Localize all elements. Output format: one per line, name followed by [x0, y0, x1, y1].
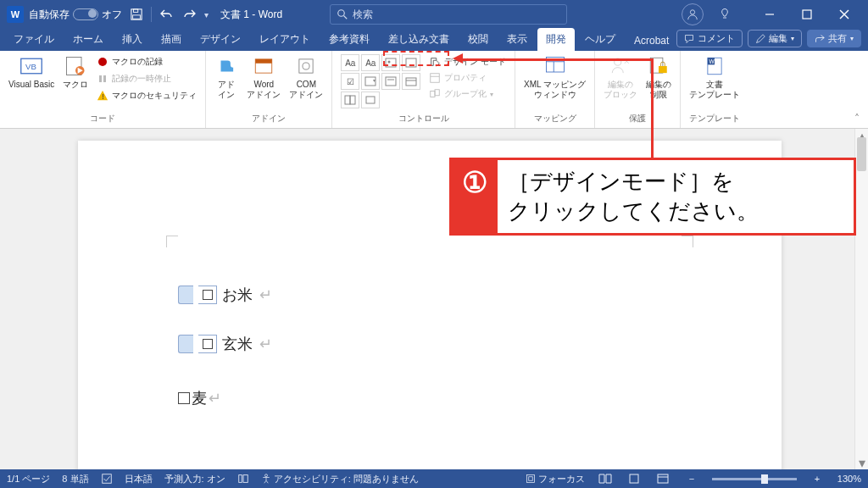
- save-button[interactable]: [127, 5, 146, 24]
- zoom-out-button[interactable]: −: [683, 472, 700, 485]
- zoom-level[interactable]: 130%: [837, 474, 861, 484]
- svg-rect-23: [299, 59, 313, 73]
- search-icon: [337, 9, 348, 19]
- web-layout-button[interactable]: [654, 472, 671, 485]
- controls-gallery[interactable]: Aa Aa ☑: [341, 54, 420, 108]
- addins-button[interactable]: アド イン: [214, 54, 238, 100]
- callout-number: ①: [452, 160, 498, 233]
- redo-button[interactable]: [181, 5, 199, 24]
- vertical-scrollbar[interactable]: ▴ ▾: [854, 129, 868, 469]
- minimize-button[interactable]: [753, 3, 787, 26]
- restrict-editing-button[interactable]: 編集の 制限: [646, 54, 671, 100]
- zoom-in-button[interactable]: +: [809, 472, 826, 485]
- checkbox-icon: [203, 339, 213, 349]
- undo-button[interactable]: [157, 5, 175, 24]
- search-placeholder: 検索: [353, 8, 373, 22]
- tab-draw[interactable]: 描画: [153, 28, 190, 51]
- autosave-label: 自動保存: [29, 8, 70, 22]
- ime-indicator[interactable]: 予測入力: オン: [164, 473, 225, 485]
- checkbox-label: 玄米: [222, 334, 253, 354]
- language-indicator[interactable]: 日本語: [125, 473, 153, 485]
- plaintext-control-icon[interactable]: Aa: [361, 54, 380, 71]
- combobox-control-icon[interactable]: [361, 73, 380, 90]
- checkbox-control-item[interactable]: お米↵: [178, 285, 272, 305]
- xml-mapping-button[interactable]: XML マッピング ウィンドウ: [524, 54, 586, 100]
- document-template-button[interactable]: W文書 テンプレート: [689, 54, 740, 100]
- ribbon: VB Visual Basic マクロ マクロの記録 記録の一時停止 !マクロの…: [0, 51, 868, 129]
- record-macro-button[interactable]: マクロの記録: [97, 54, 197, 69]
- legacy-tools-icon[interactable]: [361, 92, 380, 108]
- print-layout-button[interactable]: [626, 472, 643, 485]
- tab-review[interactable]: 校閲: [459, 28, 497, 51]
- group-controls: Aa Aa ☑ デザイン モード プロパティ グループ化▾ コントロール: [332, 51, 515, 128]
- share-button[interactable]: 共有▾: [807, 30, 861, 47]
- focus-mode-button[interactable]: フォーカス: [526, 473, 585, 485]
- close-button[interactable]: [827, 3, 861, 26]
- collapse-ribbon-button[interactable]: ˄: [854, 113, 860, 125]
- accessibility-indicator[interactable]: アクセシビリティ: 問題ありません: [261, 473, 419, 485]
- toggle-pill-icon: [73, 8, 98, 20]
- autosave-toggle[interactable]: 自動保存 オフ: [29, 8, 122, 22]
- svg-rect-22: [256, 59, 273, 64]
- buildingblock-control-icon[interactable]: [402, 54, 420, 71]
- checkbox-label: お米: [222, 285, 253, 305]
- block-authors-button[interactable]: 編集の ブロック: [604, 54, 637, 100]
- repeat-control-icon[interactable]: [341, 92, 359, 108]
- status-bar: 1/1 ページ 8 単語 日本語 予測入力: オン アクセシビリティ: 問題あり…: [0, 469, 868, 488]
- svg-text:W: W: [709, 58, 715, 64]
- richtext-control-icon[interactable]: Aa: [341, 54, 359, 71]
- tab-acrobat[interactable]: Acrobat: [626, 30, 677, 51]
- callout-arrowhead-icon: [453, 53, 463, 64]
- maximize-button[interactable]: [790, 3, 824, 26]
- tab-mailings[interactable]: 差し込み文書: [380, 28, 458, 51]
- tab-view[interactable]: 表示: [498, 28, 536, 51]
- picture-control-icon[interactable]: [381, 54, 400, 71]
- tab-home[interactable]: ホーム: [64, 28, 112, 51]
- dropdown-control-icon[interactable]: [381, 73, 400, 90]
- spell-check-icon[interactable]: [101, 473, 113, 485]
- whatsnew-button[interactable]: [715, 5, 734, 24]
- group-template: W文書 テンプレート テンプレート: [681, 51, 748, 128]
- callout-text: ［デザインモード］を クリックしてください。: [498, 160, 769, 233]
- word-count[interactable]: 8 単語: [62, 473, 88, 485]
- scroll-thumb[interactable]: [857, 137, 866, 171]
- tab-insert[interactable]: 挿入: [114, 28, 151, 51]
- svg-rect-25: [386, 58, 396, 67]
- macro-security-button[interactable]: !マクロのセキュリティ: [97, 88, 197, 103]
- svg-rect-30: [386, 77, 396, 86]
- tab-developer[interactable]: 開発: [537, 28, 575, 51]
- tab-design[interactable]: デザイン: [192, 28, 249, 51]
- account-button[interactable]: [682, 3, 704, 25]
- focus-icon: [526, 474, 536, 484]
- search-box[interactable]: 検索: [330, 4, 567, 25]
- page-indicator[interactable]: 1/1 ページ: [7, 473, 50, 485]
- control-handle-icon: [178, 286, 193, 304]
- tab-file[interactable]: ファイル: [5, 28, 63, 51]
- zoom-slider[interactable]: [712, 478, 797, 480]
- visual-basic-button[interactable]: VB Visual Basic: [8, 54, 54, 90]
- tab-references[interactable]: 参考資料: [320, 28, 378, 51]
- autosave-state: オフ: [102, 8, 122, 22]
- group-button[interactable]: グループ化▾: [429, 86, 506, 102]
- scroll-down-icon[interactable]: ▾: [855, 456, 868, 469]
- read-mode-button[interactable]: [597, 472, 614, 485]
- tab-layout[interactable]: レイアウト: [251, 28, 319, 51]
- checkbox-control-icon[interactable]: ☑: [341, 73, 359, 90]
- svg-rect-32: [406, 78, 416, 86]
- com-addins-button[interactable]: COM アドイン: [289, 54, 323, 100]
- svg-point-24: [303, 63, 309, 69]
- editing-mode-button[interactable]: 編集▾: [748, 30, 802, 47]
- text-tools-icon[interactable]: [237, 473, 249, 485]
- checkbox-control-item[interactable]: 玄米↵: [178, 334, 272, 354]
- design-mode-button[interactable]: デザイン モード: [429, 54, 506, 69]
- svg-rect-17: [99, 75, 102, 82]
- checkbox-plain-item[interactable]: 麦↵: [178, 388, 221, 408]
- date-control-icon[interactable]: [402, 73, 420, 90]
- macros-button[interactable]: マクロ: [63, 54, 88, 90]
- pencil-icon: [755, 34, 765, 44]
- tab-help[interactable]: ヘルプ: [576, 28, 624, 51]
- properties-button[interactable]: プロパティ: [429, 70, 506, 86]
- comments-button[interactable]: コメント: [676, 30, 743, 47]
- word-addins-button[interactable]: Word アドイン: [247, 54, 281, 100]
- svg-rect-37: [431, 74, 440, 83]
